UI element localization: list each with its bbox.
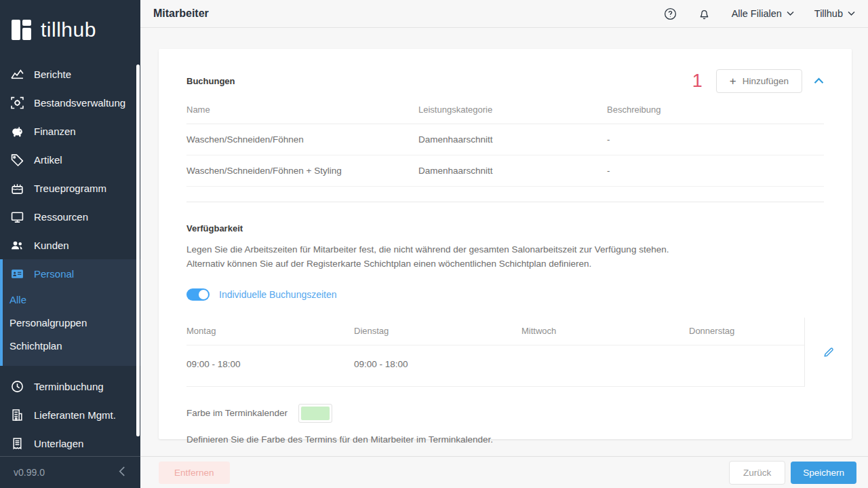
booking-description: - [607,166,824,176]
employee-detail-card: Buchungen 1 + Hinzufügen Name Leistungsk… [159,49,852,439]
clock-icon [11,380,24,393]
sidebar-item-label: Finanzen [34,126,76,137]
booking-name: Waschen/Schneiden/Föhnen + Styling [186,166,418,176]
sidebar-item-artikel[interactable]: Artikel [0,145,140,174]
collapse-section-button[interactable] [814,77,824,84]
add-booking-button[interactable]: + Hinzufügen [716,69,802,93]
app-version: v0.99.0 [14,467,45,478]
sidebar-item-label: Artikel [34,154,62,166]
tag-icon [11,153,24,166]
sidebar-item-finanzen[interactable]: Finanzen [0,117,140,145]
bookings-table: Name Leistungskategorie Beschreibung Was… [186,96,824,187]
plus-icon: + [730,75,736,87]
sidebar-subitem-alle[interactable]: Alle [3,288,140,311]
chevron-up-icon [814,77,824,84]
sidebar-group-personal: Personal Alle Personalgruppen Schichtpla… [0,259,140,366]
monitor-icon [11,210,24,223]
sidebar-subitem-schichtplan[interactable]: Schichtplan [3,334,140,357]
sidebar-item-lieferanten[interactable]: Lieferanten Mgmt. [0,400,140,429]
sidebar-item-kunden[interactable]: Kunden [0,231,140,259]
tillhub-logo[interactable]: tillhub [0,0,140,60]
tillhub-logo-icon [12,19,33,41]
sidebar-item-unterlagen[interactable]: Unterlagen [0,429,140,457]
sidebar-item-bestandsverwaltung[interactable]: Bestandsverwaltung [0,88,140,117]
hours-dienstag: 09:00 - 18:00 [354,359,521,369]
sidebar-item-personal[interactable]: Personal [3,259,140,288]
individual-booking-times-toggle[interactable] [186,288,210,301]
table-row[interactable]: Waschen/Schneiden/Föhnen + Styling Damen… [186,155,824,187]
calendar-color-label: Farbe im Terminkalender [186,408,288,418]
help-button[interactable] [664,7,677,20]
toggle-knob [199,290,208,299]
column-header-mittwoch: Mittwoch [521,326,689,336]
sidebar-item-label: Kunden [34,240,69,251]
availability-description-line2: Alternativ können Sie auf der Registerka… [186,257,824,271]
id-card-icon [11,267,24,280]
column-header-donnerstag: Donnerstag [689,326,804,336]
sidebar-item-label: Berichte [34,69,71,80]
main-content: Buchungen 1 + Hinzufügen Name Leistungsk… [140,28,868,456]
chart-icon [11,68,24,81]
notifications-bell-button[interactable] [698,7,711,20]
calendar-color-fill [301,407,330,420]
booking-name: Waschen/Schneiden/Föhnen [186,134,418,145]
sidebar-subitem-personalgruppen[interactable]: Personalgruppen [3,311,140,334]
availability-description-line1: Legen Sie die Arbeitszeiten für Mitarbei… [186,243,824,257]
weekly-hours-table: Montag Dienstag Mittwoch Donnerstag 09:0… [186,318,852,387]
calendar-color-description: Definieren Sie die Farbe des Termins für… [186,434,824,445]
back-button[interactable]: Zurück [729,461,785,485]
page-title: Mitarbeiter [153,7,209,20]
add-booking-label: Hinzufügen [743,76,789,86]
hours-donnerstag [689,359,804,369]
sidebar-nav: Berichte Bestandsverwaltung Finanzen Art… [0,60,140,457]
topbar: Mitarbeiter Alle Filialen Tillhub [140,0,868,28]
weekly-hours-header: Montag Dienstag Mittwoch Donnerstag [186,318,804,345]
chevron-down-icon [848,11,855,16]
hours-mittwoch [521,359,689,369]
branch-selector[interactable]: Alle Filialen [732,8,794,19]
booking-category: Damenhaarschnitt [418,134,607,145]
loyalty-cake-icon [11,182,24,195]
column-header-dienstag: Dienstag [354,326,521,336]
tillhub-logo-text: tillhub [41,18,96,41]
sidebar-item-terminbuchung[interactable]: Terminbuchung [0,372,140,400]
sidebar-item-label: Terminbuchung [34,381,104,392]
booking-category: Damenhaarschnitt [418,166,607,176]
save-button[interactable]: Speichern [791,462,856,484]
bookings-heading: Buchungen [186,76,235,86]
sidebar-item-label: Ressourcen [34,211,88,223]
building-icon [11,409,24,421]
sidebar-scrollbar[interactable] [136,64,140,436]
table-row: 09:00 - 18:00 09:00 - 18:00 [186,345,804,387]
column-header-description: Beschreibung [607,105,824,115]
account-selector[interactable]: Tillhub [814,8,855,19]
bookings-table-header: Name Leistungskategorie Beschreibung [186,96,824,124]
sidebar-footer: v0.99.0 [0,456,140,488]
table-row[interactable]: Waschen/Schneiden/Föhnen Damenhaarschnit… [186,124,824,155]
sidebar-item-berichte[interactable]: Berichte [0,60,140,88]
branch-selector-label: Alle Filialen [732,8,782,19]
account-selector-label: Tillhub [814,8,843,19]
sidebar-item-ressourcen[interactable]: Ressourcen [0,202,140,231]
sidebar-item-label: Lieferanten Mgmt. [34,409,116,421]
column-header-name: Name [186,105,418,115]
annotation-marker-1: 1 [692,72,703,90]
sidebar-item-label: Personal [34,268,74,280]
sidebar: tillhub Berichte Bestandsverwaltung Fina… [0,0,140,488]
edit-hours-button[interactable] [804,318,852,387]
calendar-color-swatch[interactable] [298,404,332,423]
sidebar-subitem-label: Personalgruppen [9,317,87,329]
hours-montag: 09:00 - 18:00 [186,359,354,369]
sidebar-item-label: Treueprogramm [34,183,106,194]
collapse-sidebar-button[interactable] [119,466,125,478]
section-divider [186,202,824,202]
column-header-category: Leistungskategorie [418,105,607,115]
sidebar-item-label: Bestandsverwaltung [34,97,125,109]
sidebar-subitem-label: Alle [9,294,26,305]
sidebar-item-treueprogramm[interactable]: Treueprogramm [0,174,140,202]
booking-description: - [607,134,824,145]
action-bar: Entfernen Zurück Speichern [140,456,868,488]
column-header-montag: Montag [186,326,354,336]
piggy-bank-icon [11,125,24,138]
remove-button[interactable]: Entfernen [159,462,230,484]
